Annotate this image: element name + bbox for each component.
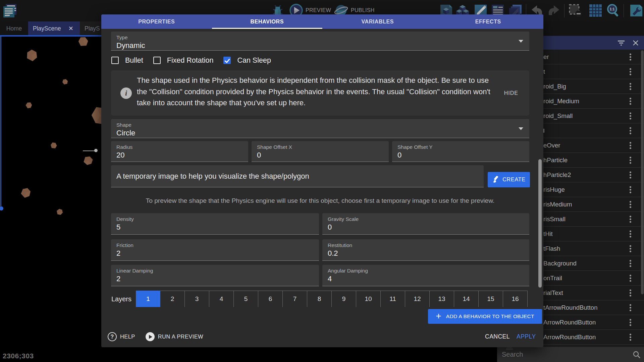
layer-cell-11[interactable]: 11	[381, 291, 405, 307]
layer-cell-5[interactable]: 5	[234, 291, 258, 307]
more-vert-icon[interactable]	[630, 185, 631, 194]
instance-rotate-handle[interactable]	[94, 149, 98, 152]
layer-cell-16[interactable]: 16	[503, 291, 528, 307]
tab-variables[interactable]: VARIABLES	[322, 14, 433, 29]
instance-rotate-line	[83, 150, 96, 151]
more-vert-icon[interactable]	[630, 156, 631, 165]
tab-effects[interactable]: EFFECTS	[433, 14, 544, 29]
tab-label: VARIABLES	[361, 19, 394, 25]
layer-cell-7[interactable]: 7	[283, 291, 307, 307]
density-input[interactable]: Density 5	[111, 213, 319, 235]
more-vert-icon[interactable]	[630, 318, 631, 327]
object-name: tArrowRoundButton	[543, 304, 597, 311]
layer-cell-2[interactable]: 2	[160, 291, 185, 307]
more-vert-icon[interactable]	[630, 52, 631, 61]
object-name: risSmall	[543, 216, 566, 223]
layer-cell-14[interactable]: 14	[454, 291, 479, 307]
object-name: onTrail	[543, 275, 562, 282]
type-select[interactable]: Type Dynamic	[111, 32, 529, 51]
more-vert-icon[interactable]	[630, 111, 631, 120]
tab-playscene[interactable]: PlayScene ✕	[28, 21, 80, 36]
cancel-button[interactable]: CANCEL	[485, 332, 510, 341]
more-vert-icon[interactable]	[630, 288, 631, 297]
more-vert-icon[interactable]	[630, 333, 631, 342]
field-value: 0.2	[328, 249, 338, 258]
play-icon[interactable]	[146, 332, 155, 341]
can-sleep-checkbox[interactable]: Can Sleep	[223, 56, 271, 65]
add-behavior-button[interactable]: + ADD A BEHAVIOR TO THE OBJECT	[428, 309, 542, 324]
tab-home[interactable]: Home	[0, 21, 28, 36]
search-input[interactable]	[502, 347, 629, 362]
apply-button[interactable]: APPLY	[517, 332, 536, 341]
layer-cell-6[interactable]: 6	[258, 291, 283, 307]
more-vert-icon[interactable]	[630, 82, 631, 91]
bullet-checkbox[interactable]: Bullet	[111, 56, 143, 65]
deselect-icon[interactable]	[568, 4, 583, 17]
restitution-input[interactable]: Restitution 0.2	[322, 239, 529, 261]
temporary-image-field[interactable]: A temporary image to help you visualize …	[111, 165, 484, 187]
radius-input[interactable]: Radius 20	[111, 141, 248, 162]
tab-properties[interactable]: PROPERTIES	[101, 14, 212, 29]
more-vert-icon[interactable]	[630, 141, 631, 150]
field-label: Gravity Scale	[328, 216, 359, 222]
filter-icon[interactable]	[618, 40, 625, 46]
settings-wrench-icon[interactable]	[629, 4, 643, 17]
layer-cell-1[interactable]: 1	[136, 291, 160, 307]
tab-behaviors[interactable]: BEHAVIORS	[212, 14, 323, 29]
redo-icon[interactable]	[547, 4, 561, 17]
caret-down-icon	[519, 127, 523, 130]
tab-close-icon[interactable]: ✕	[68, 25, 73, 32]
create-button[interactable]: CREATE	[488, 172, 530, 187]
gravity-scale-input[interactable]: Gravity Scale 0	[322, 213, 529, 235]
object-name: risMedium	[543, 201, 572, 208]
zoom-1-1-icon[interactable]: 1:1	[606, 4, 620, 17]
more-vert-icon[interactable]	[630, 67, 631, 76]
shape-offset-y-input[interactable]: Shape Offset Y 0	[392, 141, 529, 162]
checkbox-label: Fixed Rotation	[167, 56, 214, 65]
shape-select[interactable]: Shape Circle	[111, 119, 529, 138]
more-vert-icon[interactable]	[630, 244, 631, 253]
more-vert-icon[interactable]	[630, 259, 631, 268]
close-icon[interactable]	[633, 40, 639, 46]
object-name: ArrowRoundButton	[543, 319, 596, 326]
layer-cell-3[interactable]: 3	[185, 291, 209, 307]
checkbox-box	[153, 57, 161, 64]
more-vert-icon[interactable]	[630, 274, 631, 283]
panel-scrollbar[interactable]	[641, 50, 644, 294]
hide-button[interactable]: HIDE	[504, 90, 518, 96]
layers-label: Layers	[111, 295, 131, 303]
helper-text: To preview the shape that the Physics en…	[111, 197, 529, 204]
more-vert-icon[interactable]	[630, 97, 631, 106]
fixed-rotation-checkbox[interactable]: Fixed Rotation	[153, 56, 214, 65]
tab-label: PROPERTIES	[138, 19, 175, 25]
shape-offset-x-input[interactable]: Shape Offset X 0	[252, 141, 389, 162]
more-vert-icon[interactable]	[630, 303, 631, 312]
publish-label: PUBLISH	[351, 7, 375, 13]
field-value: Dynamic	[116, 41, 145, 50]
layer-cell-4[interactable]: 4	[209, 291, 234, 307]
grid-icon[interactable]	[589, 4, 602, 17]
friction-input[interactable]: Friction 2	[111, 239, 319, 261]
project-manager-icon[interactable]	[3, 4, 17, 18]
field-label: Friction	[116, 242, 133, 248]
more-vert-icon[interactable]	[630, 200, 631, 209]
dialog-scrollbar[interactable]	[538, 159, 542, 288]
angular-damping-input[interactable]: Angular Damping 4	[322, 265, 529, 286]
help-icon[interactable]: ?	[108, 332, 117, 341]
more-vert-icon[interactable]	[630, 170, 631, 179]
more-vert-icon[interactable]	[630, 215, 631, 224]
layer-cell-12[interactable]: 12	[405, 291, 430, 307]
more-vert-icon[interactable]	[630, 229, 631, 238]
layer-cell-9[interactable]: 9	[332, 291, 356, 307]
run-preview-button[interactable]: RUN A PREVIEW	[158, 334, 203, 340]
layer-cell-15[interactable]: 15	[479, 291, 503, 307]
layer-cell-10[interactable]: 10	[356, 291, 381, 307]
object-name: roid_Big	[543, 83, 566, 90]
layer-cell-8[interactable]: 8	[307, 291, 332, 307]
object-name: roid_Medium	[543, 98, 579, 105]
linear-damping-input[interactable]: Linear Damping 2	[111, 265, 319, 286]
info-line: take into account the shape that you've …	[137, 97, 490, 109]
layer-cell-13[interactable]: 13	[430, 291, 454, 307]
help-button[interactable]: HELP	[120, 334, 135, 340]
more-vert-icon[interactable]	[630, 126, 631, 135]
